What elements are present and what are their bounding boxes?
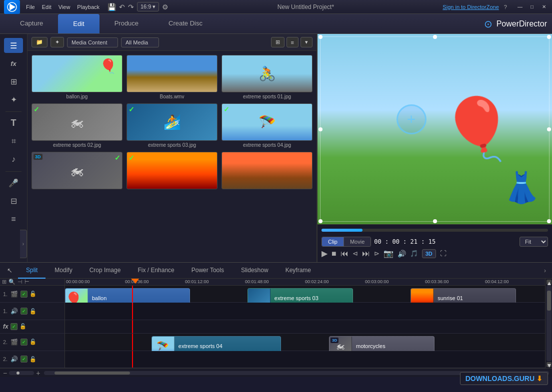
preview-progress-fill — [322, 229, 362, 232]
settings-icon[interactable]: ⚙ — [162, 3, 168, 11]
menu-edit[interactable]: Edit — [42, 4, 52, 10]
list-item[interactable]: 🏍 3D ✓ — [32, 152, 122, 191]
scroll-up-arrow[interactable]: ▲ — [546, 280, 552, 285]
tab-fix-enhance[interactable]: Fix / Enhance — [130, 263, 182, 279]
tab-edit[interactable]: Edit — [58, 14, 99, 33]
zoom-slider-thumb[interactable] — [16, 372, 20, 375]
scroll-track-vertical — [546, 286, 552, 361]
zoom-plus-icon[interactable]: + — [36, 369, 40, 377]
tool-keyframe[interactable]: ⌗ — [4, 134, 23, 149]
track-lock-icon[interactable]: 🔓 — [30, 291, 36, 297]
tab-modify[interactable]: Modify — [46, 263, 80, 279]
menu-view[interactable]: View — [58, 4, 70, 10]
track-visibility-toggle[interactable]: ✓ — [20, 291, 28, 298]
zoom-out-icon[interactable]: 🔍 — [8, 279, 16, 285]
preview-mode-clip[interactable]: Clip — [322, 237, 344, 246]
timeline-scroll-thumb[interactable] — [54, 372, 130, 375]
undo-icon[interactable]: ↶ — [119, 3, 125, 11]
tool-audio[interactable]: ♪ — [4, 152, 23, 167]
list-view-button[interactable]: ≡ — [286, 37, 298, 47]
tool-particles[interactable]: ✦ — [4, 92, 23, 107]
grid-view-button[interactable]: ⊞ — [271, 37, 284, 47]
magic-button[interactable]: ✦ — [50, 37, 64, 47]
track-lock-icon-2a[interactable]: 🔓 — [30, 356, 36, 363]
zoom-slider[interactable] — [9, 371, 34, 375]
prev-frame-button[interactable]: ⏮ — [340, 249, 348, 258]
media-filter-select[interactable]: All Media — [121, 37, 159, 47]
aspect-ratio-select[interactable]: 16:9 ▾ — [137, 2, 159, 11]
tool-text[interactable]: T — [4, 116, 23, 131]
preview-progress-bar[interactable] — [322, 229, 548, 232]
track-visibility-toggle[interactable]: ✓ — [10, 323, 18, 330]
panel-collapse-arrow[interactable]: › — [20, 230, 27, 258]
import-button[interactable]: 📁 — [32, 37, 48, 47]
prev-clip-button[interactable]: ⊲ — [352, 250, 358, 257]
track-lock-icon-2[interactable]: 🔓 — [30, 339, 36, 345]
snapshot-button[interactable]: 📷 — [384, 249, 394, 258]
preview-add-button[interactable]: + — [396, 104, 426, 134]
tab-split[interactable]: Split — [18, 263, 46, 279]
track-visibility-toggle-2a[interactable]: ✓ — [20, 356, 28, 363]
timeline-nav-start[interactable]: ⊣ — [18, 279, 22, 285]
media-filter-dropdown[interactable]: All Media — [121, 37, 159, 47]
tab-power-tools[interactable]: Power Tools — [184, 263, 232, 279]
help-icon[interactable]: ? — [504, 4, 507, 10]
list-item[interactable]: ✓ — [126, 152, 218, 191]
timeline-tab-scroll-right[interactable]: › — [540, 267, 550, 274]
close-button[interactable]: ✕ — [540, 3, 548, 11]
preview-fit-select[interactable]: Fit — [520, 237, 548, 247]
play-button[interactable]: ▶ — [322, 249, 328, 258]
tool-picture-in-picture[interactable]: ⊞ — [4, 74, 23, 89]
next-frame-button[interactable]: ⏭ — [362, 249, 370, 258]
redo-icon[interactable]: ↷ — [128, 3, 134, 11]
media-menu-button[interactable]: ▾ — [300, 37, 312, 47]
timeline-nav-end[interactable]: ⊢ — [24, 279, 30, 285]
scroll-thumb-vertical[interactable] — [547, 291, 551, 311]
track-lock-icon[interactable]: 🔓 — [30, 308, 36, 315]
maximize-button[interactable]: □ — [528, 3, 536, 11]
list-item[interactable]: 🏍 ✓ extreme sports 02.jpg — [32, 103, 122, 148]
zoom-minus-icon[interactable]: − — [3, 369, 7, 377]
tab-slideshow[interactable]: Slideshow — [233, 263, 276, 279]
tool-media[interactable]: ☰ — [4, 38, 23, 53]
menu-file[interactable]: File — [26, 4, 35, 10]
scroll-down-arrow[interactable]: ▼ — [546, 362, 552, 367]
zoom-to-fit-icon[interactable]: ⊞ — [2, 279, 6, 285]
list-item[interactable]: 🚴 extreme sports 01.jpg — [222, 55, 312, 99]
media-grid: ballon.jpg Boats.wmv 🚴 extreme sports 01… — [28, 51, 316, 195]
tab-produce[interactable]: Produce — [100, 14, 154, 33]
tab-create-disc[interactable]: Create Disc — [154, 14, 218, 33]
audio-settings-button[interactable]: 🎵 — [410, 250, 418, 257]
list-item[interactable] — [222, 152, 312, 191]
media-content-dropdown[interactable]: Media Content — [67, 37, 118, 47]
timeline-tool-select[interactable]: ↖ — [2, 264, 17, 277]
stop-button[interactable]: ■ — [332, 249, 336, 258]
fullscreen-button[interactable]: ⛶ — [440, 250, 446, 257]
tool-chapters[interactable]: ⊟ — [4, 194, 23, 209]
track-visibility-toggle-2[interactable]: ✓ — [20, 339, 28, 346]
preview-mode-movie[interactable]: Movie — [344, 237, 370, 246]
list-item[interactable]: 🏄 ✓ extreme sports 03.jpg — [126, 103, 218, 148]
track-lock-icon[interactable]: 🔓 — [20, 323, 26, 330]
tool-subtitles[interactable]: ≡ — [4, 212, 23, 227]
save-icon[interactable]: 💾 — [108, 3, 116, 11]
3d-mode-badge[interactable]: 3D — [422, 249, 436, 258]
list-item[interactable]: ballon.jpg — [32, 55, 122, 99]
tool-microphone[interactable]: 🎤 — [4, 176, 23, 191]
sign-in-link[interactable]: Sign in to DirectorZone — [442, 4, 499, 10]
media-type-select[interactable]: Media Content — [67, 37, 118, 47]
magic-icon: ✦ — [55, 39, 60, 45]
playhead[interactable] — [132, 286, 133, 302]
volume-button[interactable]: 🔊 — [398, 250, 406, 258]
minimize-button[interactable]: — — [516, 3, 524, 11]
tab-keyframe[interactable]: Keyframe — [278, 263, 319, 279]
tab-crop-image[interactable]: Crop Image — [82, 263, 129, 279]
timeline-vertical-scrollbar[interactable]: ▲ ▼ — [545, 279, 552, 368]
tab-capture[interactable]: Capture — [5, 14, 58, 33]
list-item[interactable]: 🪂 ✓ extreme sports 04.jpg — [222, 103, 312, 148]
list-item[interactable]: Boats.wmv — [126, 55, 218, 99]
menu-playback[interactable]: Playback — [77, 4, 100, 10]
next-clip-button[interactable]: ⊳ — [374, 250, 380, 257]
tool-fx[interactable]: fx — [4, 56, 23, 71]
track-visibility-toggle[interactable]: ✓ — [20, 308, 28, 315]
